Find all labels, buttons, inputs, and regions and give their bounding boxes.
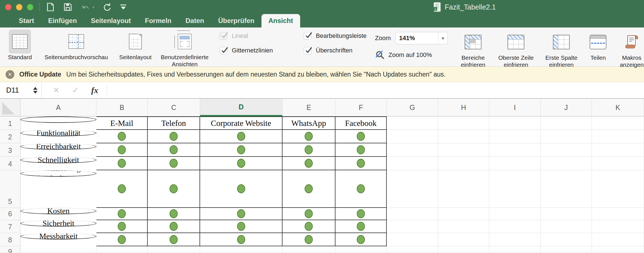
cell-D4[interactable] xyxy=(200,157,282,170)
gridlines-checkbox[interactable]: Gitternetzlinien xyxy=(220,47,304,54)
cell-H5[interactable] xyxy=(438,170,489,208)
cell-F7[interactable] xyxy=(335,220,387,233)
cell-B2[interactable] xyxy=(96,130,148,143)
cell-K4[interactable] xyxy=(592,157,644,170)
cell-B6[interactable] xyxy=(96,208,148,220)
row-header-3[interactable]: 3 xyxy=(0,143,20,157)
tab-seitenlayout[interactable]: Seitenlayout xyxy=(84,14,138,27)
select-all-corner[interactable] xyxy=(0,99,20,116)
cell-J6[interactable] xyxy=(541,208,592,220)
column-header-G[interactable]: G xyxy=(387,99,438,116)
cell-E8[interactable] xyxy=(282,233,335,246)
cell-F9[interactable] xyxy=(335,246,387,253)
cell-D2[interactable] xyxy=(200,130,282,143)
cell-C7[interactable] xyxy=(148,220,200,233)
cell-A6[interactable]: Kosten xyxy=(20,208,96,214)
tab-formeln[interactable]: Formeln xyxy=(138,14,179,27)
cell-K8[interactable] xyxy=(592,233,644,246)
cell-F4[interactable] xyxy=(335,157,387,170)
cell-A4[interactable]: Schnelligkeit xyxy=(20,157,96,163)
close-window-icon[interactable] xyxy=(5,4,11,10)
cell-G9[interactable] xyxy=(387,246,438,253)
cell-H6[interactable] xyxy=(438,208,489,220)
cell-E6[interactable] xyxy=(282,208,335,220)
cell-D5[interactable] xyxy=(200,170,282,208)
chevron-down-icon[interactable] xyxy=(33,91,38,94)
column-header-B[interactable]: B xyxy=(96,99,148,116)
cell-B7[interactable] xyxy=(96,220,148,233)
new-document-icon[interactable] xyxy=(45,2,55,12)
chevron-up-icon[interactable] xyxy=(33,87,38,90)
cell-K9[interactable] xyxy=(592,246,644,253)
cell-H3[interactable] xyxy=(438,143,489,157)
cell-A7[interactable]: Sicherheit xyxy=(20,220,96,227)
headings-checkbox[interactable]: Überschriften xyxy=(304,47,367,54)
row-header-1[interactable]: 1 xyxy=(0,116,20,130)
cell-I2[interactable] xyxy=(489,130,541,143)
cell-J3[interactable] xyxy=(541,143,592,157)
cell-K3[interactable] xyxy=(592,143,644,157)
column-header-F[interactable]: F xyxy=(335,99,387,116)
cell-G4[interactable] xyxy=(387,157,438,170)
cell-I1[interactable] xyxy=(489,116,541,130)
close-icon[interactable]: ✕ xyxy=(6,70,14,79)
cell-I4[interactable] xyxy=(489,157,541,170)
confirm-entry-icon[interactable]: ✓ xyxy=(72,85,79,95)
cell-I7[interactable] xyxy=(489,220,541,233)
chevron-down-icon[interactable]: ▼ xyxy=(438,32,448,44)
cell-J9[interactable] xyxy=(541,246,592,253)
cell-E7[interactable] xyxy=(282,220,335,233)
cell-G6[interactable] xyxy=(387,208,438,220)
zoom-combobox[interactable]: 141% ▼ xyxy=(395,32,448,44)
cell-B3[interactable] xyxy=(96,143,148,157)
insert-function-icon[interactable]: fx xyxy=(91,86,98,95)
row-header-9[interactable]: 9 xyxy=(0,246,20,253)
cell-C3[interactable] xyxy=(148,143,200,157)
row-header-8[interactable]: 8 xyxy=(0,233,20,246)
freeze-panes-button[interactable]: Bereiche einfrieren xyxy=(455,30,491,68)
cell-B1[interactable]: E-Mail xyxy=(96,116,148,130)
view-page-layout-button[interactable]: Seitenlayout xyxy=(114,30,156,61)
cell-F8[interactable] xyxy=(335,233,387,246)
cell-A5[interactable]: Personalisierung & Individualisierung xyxy=(20,170,96,177)
view-custom-views-button[interactable]: Benutzerdefinierte Ansichten xyxy=(158,30,211,68)
cell-F5[interactable] xyxy=(335,170,387,208)
cell-K7[interactable] xyxy=(592,220,644,233)
cell-G7[interactable] xyxy=(387,220,438,233)
save-icon[interactable] xyxy=(63,2,73,12)
cell-I5[interactable] xyxy=(489,170,541,208)
cell-E2[interactable] xyxy=(282,130,335,143)
cell-H8[interactable] xyxy=(438,233,489,246)
name-box[interactable]: D11 xyxy=(0,82,42,98)
undo-icon[interactable]: ▾ xyxy=(80,2,94,12)
cell-G2[interactable] xyxy=(387,130,438,143)
fullscreen-window-icon[interactable] xyxy=(27,4,33,10)
cell-I6[interactable] xyxy=(489,208,541,220)
cell-G8[interactable] xyxy=(387,233,438,246)
column-header-H[interactable]: H xyxy=(438,99,489,116)
row-header-5[interactable]: 5 xyxy=(0,170,20,208)
cell-F1[interactable]: Facebook xyxy=(335,116,387,130)
row-header-6[interactable]: 6 xyxy=(0,208,20,220)
cell-J1[interactable] xyxy=(541,116,592,130)
ruler-checkbox[interactable]: Lineal xyxy=(220,32,304,40)
column-header-A[interactable]: A xyxy=(20,99,96,116)
tab-daten[interactable]: Daten xyxy=(179,14,211,27)
cell-J8[interactable] xyxy=(541,233,592,246)
cell-C1[interactable]: Telefon xyxy=(148,116,200,130)
cell-F6[interactable] xyxy=(335,208,387,220)
formula-input[interactable] xyxy=(107,82,644,98)
cell-K2[interactable] xyxy=(592,130,644,143)
cell-F3[interactable] xyxy=(335,143,387,157)
cell-G5[interactable] xyxy=(387,170,438,208)
cell-H9[interactable] xyxy=(438,246,489,253)
cell-I3[interactable] xyxy=(489,143,541,157)
row-header-7[interactable]: 7 xyxy=(0,220,20,233)
cell-E3[interactable] xyxy=(282,143,335,157)
cell-A9[interactable] xyxy=(20,246,96,253)
cell-D1[interactable]: Corporate Website xyxy=(200,116,282,130)
cell-K6[interactable] xyxy=(592,208,644,220)
cell-H2[interactable] xyxy=(438,130,489,143)
cell-D9[interactable] xyxy=(200,246,282,253)
cancel-entry-icon[interactable]: ✕ xyxy=(53,86,59,95)
